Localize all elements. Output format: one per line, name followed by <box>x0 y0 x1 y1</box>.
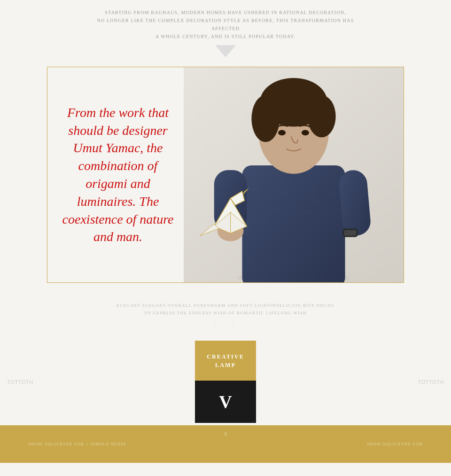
letter-t5: T <box>418 379 421 385</box>
creative-lamp-block: CREATIVE LAMP V <box>195 341 256 423</box>
letter-h2: H <box>440 379 444 385</box>
bottom-description: ELEGANT ELEGANT OVERALL TONESWARM AND SO… <box>0 297 451 320</box>
svg-point-30 <box>253 214 255 215</box>
main-quote: From the work that should be designer Um… <box>62 104 174 246</box>
top-line2: NO LONGER LIKE THE COMPLEX DECORATION ST… <box>94 16 357 32</box>
v-box: V <box>195 381 256 423</box>
letter-t8: T <box>436 379 440 385</box>
svg-point-28 <box>307 211 308 213</box>
arrow-down-container <box>0 40 451 57</box>
dots-row: · · · <box>0 320 451 331</box>
left-text-panel: From the work that should be designer Um… <box>47 67 184 282</box>
x-marker: X <box>224 431 227 437</box>
svg-point-10 <box>278 130 286 135</box>
svg-point-32 <box>333 193 334 194</box>
svg-point-9 <box>308 95 336 138</box>
svg-point-8 <box>251 95 280 142</box>
lamp-layout: T O T T O T H CREATIVE LAMP V T O <box>0 331 451 425</box>
main-content: From the work that should be designer Um… <box>0 67 451 463</box>
svg-point-24 <box>326 183 327 184</box>
bottom-line1: ELEGANT ELEGANT OVERALL TONESWARM AND SO… <box>0 302 451 309</box>
svg-rect-34 <box>344 230 357 235</box>
top-line3: A WHOLE CENTURY, AND IS STILL POPULAR TO… <box>94 32 357 40</box>
photo-panel <box>184 67 404 282</box>
svg-point-11 <box>302 130 309 135</box>
svg-point-21 <box>284 193 285 194</box>
top-text-section: STARTING FROM BAUHAUS, MODERN HOMES HAVE… <box>0 0 451 40</box>
svg-point-22 <box>298 184 299 185</box>
left-show-text: SHOW SQLICEVPE FOR + SIMPLE SENSE <box>28 442 127 446</box>
letter-t7: T <box>429 379 432 385</box>
letter-t2: T <box>15 379 18 385</box>
letter-t4: T <box>26 379 29 385</box>
svg-point-23 <box>311 190 313 192</box>
v-letter: V <box>219 391 232 412</box>
letter-o3: O <box>421 379 425 385</box>
svg-rect-2 <box>242 165 345 282</box>
letter-t6: T <box>426 379 429 385</box>
svg-point-31 <box>267 221 268 222</box>
svg-point-25 <box>263 203 264 203</box>
letter-o1: O <box>10 379 15 385</box>
svg-point-29 <box>319 200 320 201</box>
letter-o2: O <box>22 379 26 385</box>
top-line1: STARTING FROM BAUHAUS, MODERN HOMES HAVE… <box>94 8 357 16</box>
creative-box: CREATIVE LAMP <box>195 341 256 381</box>
creative-label: CREATIVE LAMP <box>207 352 244 369</box>
right-show-text: SHOW SQLICEVPE FOR <box>366 442 423 446</box>
arrow-down-icon <box>215 45 236 57</box>
letter-o4: O <box>432 379 436 385</box>
svg-point-19 <box>256 188 257 189</box>
frame-container: From the work that should be designer Um… <box>47 67 404 283</box>
letter-t3: T <box>18 379 22 385</box>
letters-row: T O T T O T H CREATIVE LAMP V T O <box>0 331 451 425</box>
bottom-show-row: SHOW SQLICEVPE FOR + SIMPLE SENSE X SHOW… <box>0 425 451 463</box>
bottom-line2: TO EXPRESS THE ENDLESS WISH OF ROMANTIC … <box>0 309 451 317</box>
letter-t1: T <box>7 379 10 385</box>
svg-point-26 <box>277 209 278 211</box>
letter-h1: H <box>29 379 33 385</box>
svg-point-20 <box>270 181 271 182</box>
svg-point-27 <box>293 205 294 206</box>
